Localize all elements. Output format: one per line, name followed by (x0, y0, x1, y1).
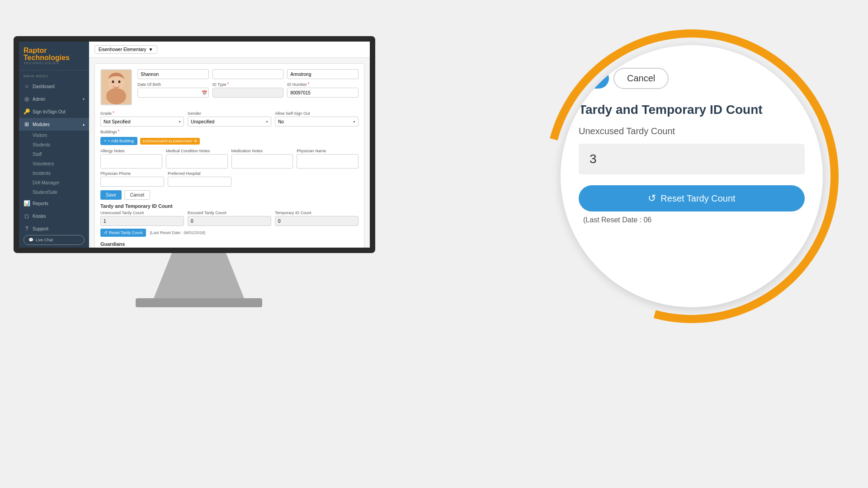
sidebar-item-support[interactable]: ? Support (19, 222, 89, 235)
remove-building-button[interactable]: ✕ (194, 139, 197, 143)
chevron-down-icon: ▾ (83, 97, 85, 101)
allergy-notes-label: Allergy Notes (100, 149, 162, 153)
zoom-reset-label: Reset Tardy Count (660, 193, 735, 204)
grade-select[interactable]: Not Specified (100, 117, 184, 127)
middle-name-group (212, 69, 284, 79)
live-chat-label: Live Chat (36, 238, 53, 242)
allow-self-sign-group: Allow Self-Sign Out No Yes (275, 111, 359, 127)
logo-sub: TECHNOLOGIES (24, 61, 85, 65)
top-bar: Eisenhower Elementary ▼ (89, 42, 370, 58)
physician-phone-input[interactable] (100, 177, 164, 187)
tardy-section-title: Tardy and Temporary ID Count (100, 203, 359, 209)
physician-name-input[interactable] (297, 154, 359, 169)
zoom-reset-tardy-button[interactable]: ↺ Reset Tardy Count (579, 185, 805, 211)
first-name-group (137, 69, 209, 79)
sidebar-item-label: Kiosks (33, 214, 85, 219)
student-photo (100, 69, 132, 105)
main-menu-label: Main Menu (19, 70, 89, 80)
id-type-group: ID Type * Student ID (212, 82, 284, 98)
excused-tardy-label: Excused Tardy Count (188, 211, 271, 215)
allergy-notes-group: Allergy Notes (100, 149, 162, 169)
last-name-input[interactable] (287, 69, 359, 79)
medical-notes-label: Medical Condition Notes (166, 149, 228, 153)
action-buttons: Save Cancel (100, 190, 359, 200)
sidebar-item-students[interactable]: Students (28, 140, 89, 150)
buildings-row: + + Add Building EISENHOWER ELEMENTARY ✕ (100, 137, 359, 145)
grade-select-wrapper: Not Specified (100, 117, 184, 127)
grade-label: Grade * (100, 111, 184, 116)
logo-area: Raptor Technologies TECHNOLOGIES (19, 42, 89, 70)
medical-notes-input[interactable] (166, 154, 228, 169)
sidebar-item-incidents[interactable]: Incidents (28, 169, 89, 178)
school-selector[interactable]: Eisenhower Elementary ▼ (94, 45, 157, 54)
reset-row: ↺ Reset Tardy Count (Last Reset Date : 0… (100, 229, 359, 237)
sidebar-item-label: Sign In/Sign Out (33, 109, 85, 114)
chevron-down-icon: ▼ (149, 47, 153, 52)
id-type-input: Student ID (212, 88, 284, 98)
allergy-notes-input[interactable] (100, 154, 162, 169)
building-tag-label: EISENHOWER ELEMENTARY (143, 139, 193, 143)
medication-notes-label: Medication Notes (231, 149, 293, 153)
main-content: Eisenhower Elementary ▼ (89, 42, 370, 248)
reset-icon: ↺ (104, 230, 108, 235)
sidebar-item-kiosks[interactable]: ◻ Kiosks (19, 210, 89, 222)
circle-inner: ve Cancel Tardy and Temporary ID Count U… (561, 45, 823, 307)
admin-icon: ◎ (24, 96, 30, 102)
id-number-group: ID Number * (287, 82, 359, 98)
zoom-last-reset-text: (Last Reset Date : 06 (583, 216, 651, 224)
add-building-button[interactable]: + + Add Building (100, 137, 137, 145)
form-fields: Date Of Birth 📅 (137, 69, 359, 105)
gender-select-wrapper: Unspecified (188, 117, 271, 127)
sidebar-item-studentsafe[interactable]: StudentSafe (28, 188, 89, 197)
cancel-button[interactable]: Cancel (124, 190, 150, 200)
dob-group: Date Of Birth 📅 (137, 82, 209, 98)
grade-group: Grade * Not Specified (100, 111, 184, 127)
content-area: Date Of Birth 📅 (89, 58, 370, 248)
svg-point-4 (106, 88, 126, 104)
reports-icon: 📊 (24, 200, 30, 206)
gender-label: Gender (188, 111, 271, 116)
dob-input[interactable] (137, 88, 209, 98)
id-number-input[interactable] (287, 88, 359, 98)
reset-tardy-button[interactable]: ↺ Reset Tardy Count (100, 229, 146, 237)
sidebar-item-modules[interactable]: ⊞ Modules ▴ (19, 118, 89, 131)
gender-select[interactable]: Unspecified (188, 117, 271, 127)
sidebar-item-admin[interactable]: ◎ Admin ▾ (19, 93, 89, 105)
medication-notes-group: Medication Notes (231, 149, 293, 169)
zoom-reset-icon: ↺ (648, 192, 656, 204)
svg-point-3 (118, 80, 121, 83)
plus-icon: + (104, 139, 106, 143)
preferred-hospital-input[interactable] (168, 177, 231, 187)
sidebar-item-label: Admin (33, 97, 80, 102)
sidebar-item-visitors[interactable]: Visitors (28, 131, 89, 140)
temporary-id-label: Temporary ID Count (275, 211, 359, 215)
gender-group: Gender Unspecified (188, 111, 271, 127)
sidebar-item-signin[interactable]: 🔑 Sign In/Sign Out (19, 105, 89, 118)
building-tag: EISENHOWER ELEMENTARY ✕ (140, 138, 200, 145)
sidebar-item-drill-manager[interactable]: Drill Manager (28, 178, 89, 188)
zoom-subtitle: Unexcused Tardy Count (579, 126, 675, 136)
unexcused-tardy-label: Unexcused Tardy Count (100, 211, 184, 215)
allow-self-sign-label: Allow Self-Sign Out (275, 111, 359, 116)
sidebar-item-dashboard[interactable]: ○ Dashboard (19, 80, 89, 93)
live-chat-button[interactable]: 💬 Live Chat (24, 235, 85, 245)
first-name-input[interactable] (137, 69, 209, 79)
middle-name-input[interactable] (212, 69, 284, 79)
sidebar-item-volunteers[interactable]: Volunteers (28, 159, 89, 169)
buildings-row-label: Buildings * (100, 129, 359, 134)
id-number-label: ID Number * (287, 82, 359, 87)
modules-sub-menu: Visitors Students Staff Volunteers Incid… (19, 131, 89, 197)
logo-text: Raptor Technologies (24, 47, 85, 61)
preferred-hospital-label: Preferred Hospital (168, 171, 231, 176)
sidebar-item-staff[interactable]: Staff (28, 150, 89, 159)
save-button[interactable]: Save (100, 190, 122, 200)
temporary-id-input (275, 216, 359, 226)
excused-tardy-group: Excused Tardy Count (188, 211, 271, 226)
medication-notes-input[interactable] (231, 154, 293, 169)
temporary-id-group: Temporary ID Count (275, 211, 359, 226)
physician-phone-group: Physician Phone (100, 171, 164, 187)
school-name: Eisenhower Elementary (99, 47, 146, 52)
zoom-cancel-button[interactable]: Cancel (613, 68, 669, 89)
sidebar-item-reports[interactable]: 📊 Reports (19, 197, 89, 210)
allow-self-sign-select[interactable]: No Yes (275, 117, 359, 127)
